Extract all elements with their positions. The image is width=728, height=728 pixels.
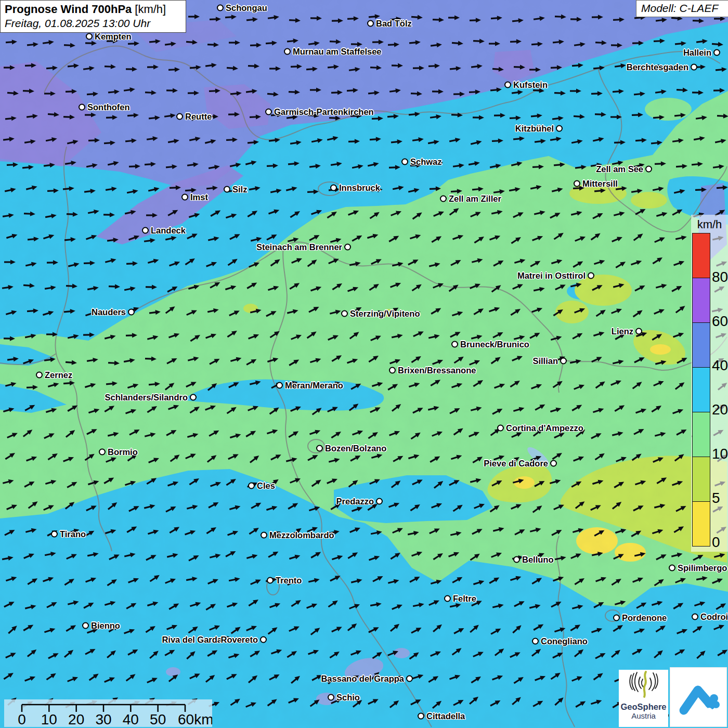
- wind-forecast-map: SchongauBad TölzKemptenMurnau am Staffel…: [0, 0, 728, 728]
- legend-tick-20: 20: [712, 401, 728, 418]
- legend-tick-5: 5: [712, 490, 720, 506]
- scale-tick-label-30: 30: [95, 711, 111, 727]
- title-box: Prognose Wind 700hPa[km/h] Freitag, 01.0…: [0, 0, 186, 33]
- partner-logo-box: [670, 667, 727, 727]
- legend-color-10: [693, 412, 710, 457]
- legend-color-0: [693, 502, 710, 546]
- map-title: Prognose Wind 700hPa[km/h]: [5, 2, 181, 17]
- scale-tick-label-50: 50: [150, 711, 166, 727]
- legend-tick-0: 0: [712, 534, 720, 551]
- legend-tick-10: 10: [712, 446, 728, 462]
- model-label: Modell: C-LAEF: [641, 2, 718, 14]
- legend-tick-40: 40: [712, 357, 728, 374]
- mountain-cloud-logo-icon: [677, 677, 720, 718]
- scale-tick-label-0: 0: [18, 711, 26, 727]
- map-canvas: [0, 0, 728, 728]
- geosphere-org-name: GeoSphere: [619, 702, 668, 711]
- legend-color-40: [693, 323, 710, 368]
- legend-color-20: [693, 368, 710, 412]
- scale-bar-ruler: 0102030405060km: [4, 699, 212, 727]
- legend: km/h 806040201050: [691, 215, 728, 552]
- legend-title: km/h: [691, 215, 728, 231]
- model-box: Modell: C-LAEF: [636, 0, 728, 17]
- legend-tick-60: 60: [712, 313, 728, 330]
- legend-color-80: [693, 233, 710, 278]
- scale-tick-label-60km: 60km: [178, 711, 212, 727]
- legend-color-60: [693, 278, 710, 323]
- scale-tick-label-10: 10: [41, 711, 57, 727]
- geosphere-logo-box: GeoSphere Austria: [619, 670, 668, 727]
- scale-bar: 0102030405060km: [4, 699, 212, 727]
- map-title-main: Prognose Wind 700hPa: [5, 3, 132, 16]
- legend-tick-80: 80: [712, 269, 728, 285]
- map-title-unit: [km/h]: [135, 3, 166, 16]
- legend-color-bar: [692, 233, 710, 547]
- map-subtitle-datetime: Freitag, 01.08.2025 13:00 Uhr: [5, 17, 181, 30]
- legend-color-5: [693, 457, 710, 502]
- scale-tick-label-20: 20: [68, 711, 84, 727]
- geosphere-country: Austria: [619, 711, 668, 720]
- scale-tick-label-40: 40: [123, 711, 139, 727]
- geosphere-contours-icon: [627, 670, 660, 699]
